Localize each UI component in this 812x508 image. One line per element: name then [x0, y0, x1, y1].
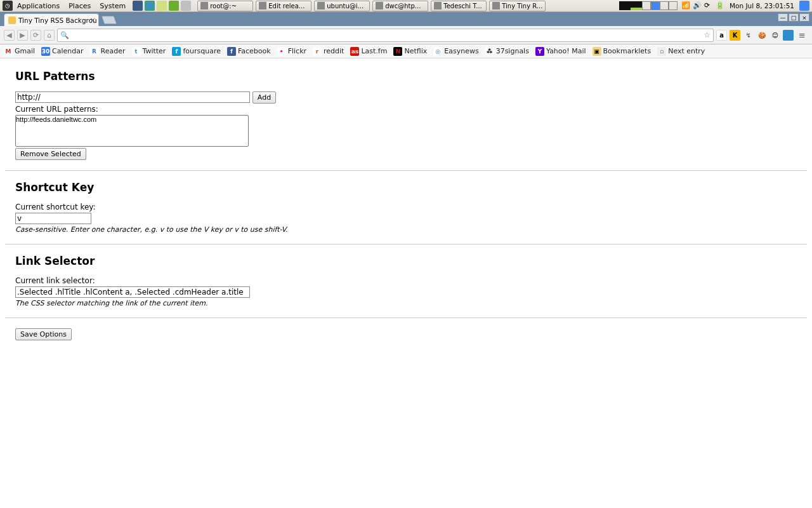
- selector-label: Current link selector:: [15, 276, 797, 285]
- selector-input[interactable]: [15, 286, 250, 298]
- url-pattern-input[interactable]: [15, 91, 250, 103]
- bookmark-label: Netflix: [404, 47, 427, 55]
- launcher-icon-5[interactable]: [181, 1, 191, 11]
- workspace-switcher-2[interactable]: [651, 1, 660, 10]
- bookmark-item[interactable]: ffoursquare: [172, 47, 221, 56]
- extension-icon-3[interactable]: ↯: [743, 30, 754, 41]
- window-minimize-button[interactable]: —: [778, 13, 788, 22]
- extension-k-icon[interactable]: K: [730, 30, 740, 41]
- bookmark-item[interactable]: rreddit: [313, 47, 344, 56]
- bookmark-item[interactable]: asLast.fm: [350, 47, 387, 56]
- nav-home-icon[interactable]: ⌂: [44, 30, 55, 41]
- taskbar-button[interactable]: Tedeschi T...: [431, 1, 487, 11]
- url-input[interactable]: [72, 31, 701, 39]
- gnome-top-panel: ◷ Applications Places System root@:~Edit…: [0, 0, 812, 12]
- task-label: Tedeschi T...: [443, 3, 482, 10]
- shortcut-input[interactable]: [15, 213, 91, 224]
- gnome-menu-applications[interactable]: Applications: [13, 2, 64, 10]
- taskbar-button[interactable]: Edit relea...: [256, 1, 311, 11]
- gnome-menu-system[interactable]: System: [95, 2, 130, 10]
- chrome-tabstrip: Tiny Tiny RSS Backgrou × — □ ×: [0, 12, 812, 26]
- add-button[interactable]: Add: [252, 91, 276, 104]
- bookmark-item[interactable]: 30Calendar: [41, 47, 83, 56]
- launcher-icon-1[interactable]: [133, 1, 143, 11]
- tab-title: Tiny Tiny RSS Backgrou: [18, 17, 97, 24]
- bookmark-item[interactable]: RReader: [90, 47, 126, 56]
- url-bar[interactable]: 🔍 ☆: [57, 29, 714, 42]
- bookmark-item[interactable]: ⁂37signals: [485, 47, 529, 56]
- shortcut-label: Current shortcut key:: [15, 203, 797, 211]
- system-monitor-1[interactable]: [619, 1, 631, 10]
- bookmark-favicon-icon: •: [277, 47, 286, 56]
- chrome-launcher-icon[interactable]: [145, 1, 155, 11]
- bookmark-bar: MGmail30CalendarRReadertTwitterffoursqua…: [0, 44, 812, 58]
- gnome-menu-places[interactable]: Places: [64, 2, 95, 10]
- bookmark-favicon-icon: t: [132, 47, 141, 56]
- launcher-icon-4[interactable]: [169, 1, 179, 11]
- extension-icon-4[interactable]: 🍪: [756, 30, 767, 41]
- extension-icon-5[interactable]: 😊: [769, 30, 780, 41]
- section-divider: [5, 318, 807, 318]
- clock[interactable]: Mon Jul 8, 23:01:51: [727, 2, 797, 10]
- bookmark-item[interactable]: •Flickr: [277, 47, 306, 56]
- bookmark-favicon-icon: ▫: [657, 47, 666, 56]
- bookmark-label: Easynews: [444, 47, 478, 55]
- bookmark-label: Last.fm: [361, 47, 387, 55]
- chrome-menu-icon[interactable]: ≡: [796, 30, 808, 40]
- bookmark-label: Next entry: [668, 47, 705, 55]
- task-label: ubuntu@i...: [327, 3, 363, 10]
- bookmark-favicon-icon: as: [350, 47, 359, 56]
- bookmark-item[interactable]: NNetflix: [393, 47, 427, 56]
- session-icon[interactable]: [799, 1, 809, 11]
- url-patterns-list[interactable]: http://feeds.danieltwc.com: [15, 115, 249, 147]
- network-icon[interactable]: 📶: [681, 1, 690, 10]
- bookmark-item[interactable]: ◎Easynews: [433, 47, 478, 56]
- updates-icon[interactable]: ⟳: [704, 1, 713, 10]
- browser-tab-active[interactable]: Tiny Tiny RSS Backgrou ×: [4, 13, 99, 26]
- bookmark-favicon-icon: ⁂: [485, 47, 494, 56]
- battery-icon[interactable]: 🔋: [716, 1, 724, 10]
- bookmark-item[interactable]: YYahoo! Mail: [535, 47, 586, 56]
- tab-close-icon[interactable]: ×: [90, 16, 96, 24]
- bookmark-label: 37signals: [496, 47, 529, 55]
- bookmark-item[interactable]: ▫Next entry: [657, 47, 705, 56]
- taskbar-button[interactable]: Tiny Tiny R...: [489, 1, 546, 11]
- selector-heading: Link Selector: [15, 255, 797, 267]
- task-label: dwc@htp...: [385, 3, 421, 10]
- window-maximize-button[interactable]: □: [789, 13, 799, 22]
- bookmark-favicon-icon: 30: [41, 47, 50, 56]
- save-options-button[interactable]: Save Options: [15, 328, 72, 340]
- extension-icon-6[interactable]: [783, 30, 794, 41]
- gnome-foot-icon[interactable]: ◷: [3, 1, 13, 11]
- bookmark-favicon-icon: N: [393, 47, 402, 56]
- nav-back-icon[interactable]: ◀: [4, 30, 15, 41]
- bookmark-label: Reader: [101, 47, 126, 55]
- new-tab-button[interactable]: [102, 16, 117, 24]
- taskbar-button[interactable]: dwc@htp...: [372, 1, 428, 11]
- bookmark-item[interactable]: tTwitter: [132, 47, 166, 56]
- workspace-switcher-3[interactable]: [660, 1, 669, 10]
- nav-reload-icon[interactable]: ⟳: [30, 30, 41, 41]
- bookmark-item[interactable]: ▣Bookmarklets: [593, 47, 652, 56]
- remove-selected-button[interactable]: Remove Selected: [15, 148, 86, 160]
- volume-icon[interactable]: 🔊: [693, 1, 702, 10]
- launcher-icon-3[interactable]: [157, 1, 167, 11]
- window-close-button[interactable]: ×: [799, 13, 809, 22]
- workspace-switcher-1[interactable]: [642, 1, 651, 10]
- nav-forward-icon[interactable]: ▶: [17, 30, 28, 41]
- url-pattern-item[interactable]: http://feeds.danieltwc.com: [16, 116, 248, 124]
- system-monitor-2[interactable]: [631, 1, 642, 10]
- extension-amazon-icon[interactable]: a: [716, 30, 727, 41]
- bookmark-star-icon[interactable]: ☆: [704, 30, 710, 39]
- taskbar-button[interactable]: root@:~: [197, 1, 253, 11]
- task-app-icon: [317, 2, 325, 10]
- task-app-icon: [492, 2, 500, 10]
- bookmark-item[interactable]: MGmail: [4, 47, 35, 56]
- search-icon: 🔍: [60, 31, 69, 39]
- workspace-switcher-4[interactable]: [669, 1, 678, 10]
- taskbar-button[interactable]: ubuntu@i...: [314, 1, 370, 11]
- bookmark-item[interactable]: fFacebook: [227, 47, 271, 56]
- tab-favicon-icon: [8, 17, 16, 24]
- task-app-icon: [376, 2, 383, 10]
- bookmark-favicon-icon: Y: [535, 47, 544, 56]
